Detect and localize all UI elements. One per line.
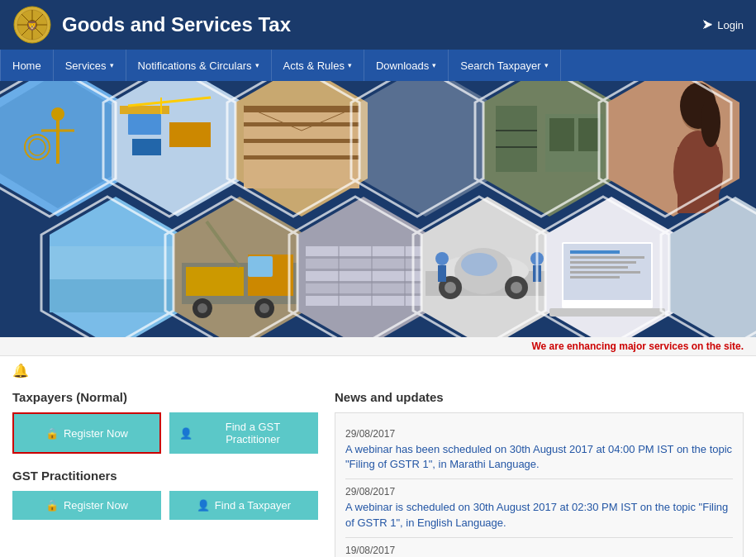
acts-chevron-icon: ▾ [348,61,352,69]
emblem-logo: 🦁 [12,5,52,45]
svg-rect-89 [570,271,640,274]
user-icon-2: 👤 [197,499,210,512]
svg-rect-35 [496,106,537,172]
svg-rect-62 [306,259,421,269]
user-icon: 👤 [179,427,193,440]
nav-services-label: Services [65,60,107,72]
svg-rect-88 [570,266,628,269]
nav-home[interactable]: Home [0,50,54,81]
taxpayers-normal-buttons: 🔒 Register Now 👤 Find a GST Practitioner [12,412,318,454]
lock-icon: 🔒 [45,427,59,440]
svg-rect-38 [578,118,599,151]
main-navbar: Home Services ▾ Notifications & Circular… [0,50,756,81]
svg-rect-29 [244,139,359,143]
svg-point-46 [701,98,720,147]
nav-home-label: Home [12,60,41,72]
news-date-2: 29/08/2017 [345,486,733,497]
find-taxpayer-label: Find a Taxpayer [215,499,291,512]
svg-point-58 [259,303,269,313]
svg-rect-65 [306,296,421,306]
downloads-chevron-icon: ▾ [432,61,436,69]
news-date-1: 29/08/2017 [345,428,733,440]
svg-rect-85 [570,250,620,254]
svg-point-75 [445,282,456,293]
login-icon: ⮞ [702,19,713,31]
services-chevron-icon: ▾ [110,61,114,69]
find-practitioner-button[interactable]: 👤 Find a GST Practitioner [169,412,318,454]
news-link-1[interactable]: A webinar has been scheduled on 30th Aug… [345,442,733,472]
nav-notifications-label: Notifications & Circulars [138,60,252,72]
svg-rect-28 [244,122,359,126]
notifications-chevron-icon: ▾ [255,61,259,69]
svg-rect-86 [570,256,644,259]
news-text-2: A webinar is scheduled on 30th August 20… [345,501,728,528]
taxpayer-register-button[interactable]: 🔒 Register Now [12,412,161,454]
nav-downloads[interactable]: Downloads ▾ [364,50,449,81]
lock-icon-2: 🔒 [45,499,59,512]
nav-search-taxpayer[interactable]: Search Taxpayer ▾ [449,50,560,81]
bell-icon: 🔔 [12,364,29,378]
svg-point-77 [511,282,522,293]
svg-rect-87 [570,261,636,264]
svg-rect-61 [306,246,421,256]
login-label: Login [717,19,744,31]
find-taxpayer-button[interactable]: 👤 Find a Taxpayer [169,491,318,520]
svg-point-56 [197,303,207,313]
practitioners-title: GST Practitioners [12,469,318,483]
left-panel: Taxpayers (Normal) 🔒 Register Now 👤 Find… [12,390,318,557]
svg-rect-44 [678,147,719,213]
nav-notifications[interactable]: Notifications & Circulars ▾ [126,50,272,81]
enhancement-text: We are enhancing major services on the s… [531,340,744,352]
svg-rect-20 [132,139,161,155]
nav-services[interactable]: Services ▾ [54,50,126,81]
news-box: 29/08/2017 A webinar has been scheduled … [335,412,744,557]
svg-rect-21 [169,122,211,147]
find-practitioner-label: Find a GST Practitioner [197,421,308,445]
news-text-1: A webinar has been scheduled on 30th Aug… [345,443,732,470]
svg-rect-79 [438,265,446,282]
svg-rect-91 [549,308,665,317]
search-taxpayer-chevron-icon: ▾ [544,61,549,69]
nav-acts-rules[interactable]: Acts & Rules ▾ [272,50,364,81]
main-content: Taxpayers (Normal) 🔒 Register Now 👤 Find… [0,382,756,557]
nav-downloads-label: Downloads [376,60,429,72]
svg-rect-54 [248,256,273,277]
site-title: Goods and Services Tax [62,13,702,36]
news-date-3: 19/08/2017 [345,545,733,556]
news-divider-1 [345,478,733,479]
hero-banner [0,81,756,337]
svg-point-73 [461,253,497,276]
svg-rect-26 [244,106,359,188]
svg-point-78 [435,252,449,265]
header: 🦁 Goods and Services Tax ⮞ Login [0,0,756,50]
practitioners-buttons: 🔒 Register Now 👤 Find a Taxpayer [12,491,318,520]
hero-mosaic-svg [0,81,756,337]
svg-rect-64 [306,283,421,293]
login-button[interactable]: ⮞ Login [702,19,744,31]
taxpayers-normal-title: Taxpayers (Normal) [12,390,318,404]
news-link-2[interactable]: A webinar is scheduled on 30th August 20… [345,500,733,530]
svg-rect-52 [186,267,244,296]
enhancement-notice: We are enhancing major services on the s… [0,337,756,356]
nav-search-label: Search Taxpayer [460,60,540,72]
nav-acts-label: Acts & Rules [283,60,345,72]
svg-rect-19 [128,114,161,135]
right-panel: News and updates 29/08/2017 A webinar ha… [335,390,744,557]
taxpayer-register-label: Register Now [64,427,128,440]
notification-bell-row: 🔔 [0,356,756,382]
svg-rect-27 [244,106,359,112]
svg-rect-63 [306,271,421,281]
news-divider-2 [345,537,733,538]
svg-rect-30 [244,155,359,159]
news-section-title: News and updates [335,390,744,404]
svg-point-15 [51,107,64,121]
svg-rect-37 [549,118,574,151]
svg-rect-49 [50,279,182,312]
practitioner-register-button[interactable]: 🔒 Register Now [12,491,161,520]
practitioner-register-label: Register Now [64,499,128,512]
svg-rect-90 [570,276,620,278]
svg-text:🦁: 🦁 [26,20,38,31]
